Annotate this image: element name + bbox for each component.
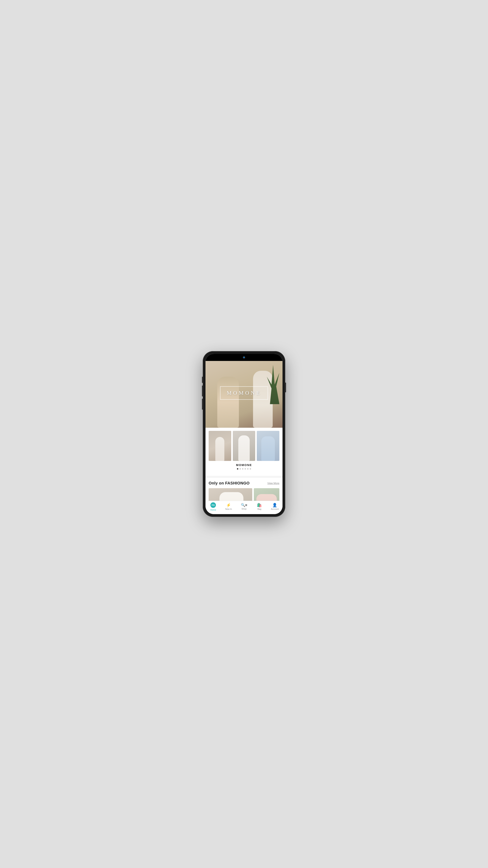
hero-brand-title: MOMONE: [227, 390, 261, 396]
product-card-1[interactable]: [209, 431, 231, 461]
hero-banner: MOMONE: [206, 361, 282, 428]
phone-screen: MOMONE MOMONE: [206, 354, 282, 514]
products-section: MOMONE: [206, 428, 282, 476]
flash-icon: ⚡: [226, 503, 231, 507]
dot-6[interactable]: [250, 468, 251, 469]
mute-button: [202, 377, 203, 383]
search-list-icon: 🔍≡: [241, 503, 247, 507]
nav-item-new-in[interactable]: ⚡ New In: [221, 502, 236, 512]
nav-label-account: Account: [271, 508, 279, 510]
nav-label-shop: Shop: [241, 508, 247, 510]
view-more-link[interactable]: View More: [267, 482, 279, 485]
nav-item-bag[interactable]: 🛍️ Bag: [252, 502, 267, 512]
app-content[interactable]: MOMONE MOMONE: [206, 361, 282, 514]
exclusive-header: Only on FASHIONGO View More: [209, 481, 279, 486]
front-camera: [243, 356, 245, 359]
nav-item-shop[interactable]: 🔍≡ Shop: [236, 502, 252, 512]
nav-label-bag: Bag: [257, 508, 262, 510]
nav-item-home[interactable]: FG Home: [206, 501, 221, 513]
figure-left: [217, 377, 239, 428]
dot-3[interactable]: [242, 468, 243, 469]
product-image-1: [209, 431, 231, 461]
power-button: [285, 382, 286, 392]
brand-label: MOMONE: [209, 463, 279, 467]
product-image-3: [257, 431, 279, 461]
hero-brand-box: MOMONE: [220, 386, 268, 400]
phone-frame: MOMONE MOMONE: [203, 351, 285, 517]
home-avatar: FG: [210, 502, 216, 508]
nav-label-new-in: New In: [225, 508, 232, 510]
nav-item-account[interactable]: 👤 Account: [267, 502, 282, 512]
camera-notch: [206, 354, 282, 361]
product-card-3[interactable]: [257, 431, 279, 461]
nav-label-home: Home: [210, 509, 216, 511]
carousel-dots: [209, 468, 279, 469]
dot-1[interactable]: [237, 468, 238, 469]
section-divider: [206, 476, 282, 478]
bag-icon: 🛍️: [257, 503, 262, 507]
dot-4[interactable]: [245, 468, 246, 469]
volume-up-button: [202, 385, 203, 397]
bottom-nav: FG Home ⚡ New In 🔍≡ Shop 🛍️ Bag: [206, 501, 282, 514]
volume-down-button: [202, 399, 203, 410]
dot-5[interactable]: [247, 468, 248, 469]
person-icon: 👤: [272, 503, 277, 507]
product-grid: [209, 431, 279, 461]
exclusive-title: Only on FASHIONGO: [209, 481, 250, 486]
product-card-2[interactable]: [233, 431, 255, 461]
product-image-2: [233, 431, 255, 461]
dot-2[interactable]: [240, 468, 241, 469]
